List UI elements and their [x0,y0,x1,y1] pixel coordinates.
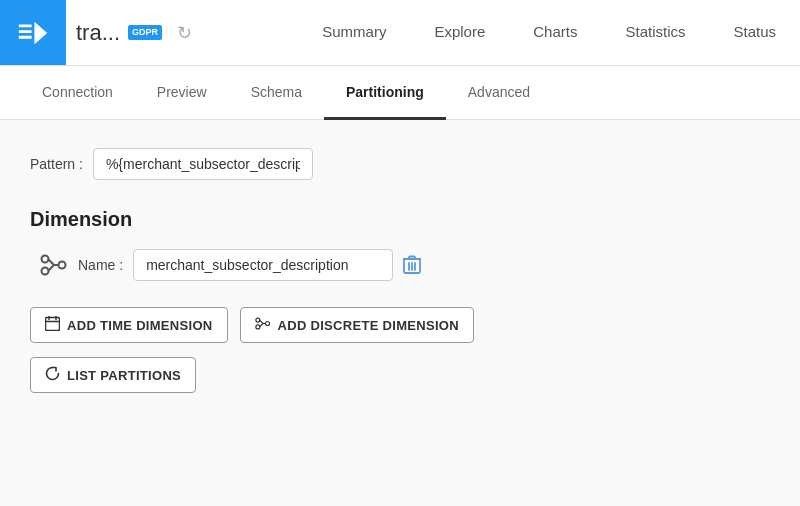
discrete-icon [255,316,271,334]
add-discrete-dimension-label: ADD DISCRETE DIMENSION [278,318,459,333]
pattern-label: Pattern : [30,156,83,172]
dimension-name-label: Name : [78,257,123,273]
list-partitions-button[interactable]: LIST PARTITIONS [30,357,196,393]
sub-tab-preview[interactable]: Preview [135,66,229,120]
svg-point-16 [255,325,259,329]
svg-point-15 [255,318,259,322]
main-content: Pattern : Dimension Name : [0,120,800,506]
svg-point-0 [42,256,49,263]
sub-tab-advanced[interactable]: Advanced [446,66,552,120]
tab-summary[interactable]: Summary [298,0,410,65]
svg-point-17 [265,322,269,326]
svg-line-4 [48,265,54,271]
add-discrete-dimension-button[interactable]: ADD DISCRETE DIMENSION [240,307,474,343]
tab-explore[interactable]: Explore [410,0,509,65]
dimension-heading: Dimension [30,208,770,231]
tab-status[interactable]: Status [709,0,800,65]
refresh-list-icon [45,366,60,384]
svg-point-1 [42,268,49,275]
dimension-name-input[interactable] [133,249,393,281]
svg-point-2 [59,262,66,269]
gdpr-badge: GDPR [128,25,162,40]
tab-charts[interactable]: Charts [509,0,601,65]
sub-tab-connection[interactable]: Connection [20,66,135,120]
sub-nav: Connection Preview Schema Partitioning A… [0,66,800,120]
top-nav: tra... GDPR ↻ Summary Explore Charts Sta… [0,0,800,66]
dimension-buttons-row: ADD TIME DIMENSION ADD DISCRETE DIMENSIO… [30,307,770,343]
list-partitions-row: LIST PARTITIONS [30,357,770,393]
svg-line-19 [259,324,262,327]
title-text: tra... [76,20,120,46]
svg-line-18 [259,320,262,323]
nav-tabs: Summary Explore Charts Statistics Status [298,0,800,65]
add-time-dimension-label: ADD TIME DIMENSION [67,318,213,333]
svg-line-3 [48,259,54,265]
sub-tab-partitioning[interactable]: Partitioning [324,66,446,120]
svg-rect-11 [46,318,60,331]
delete-dimension-icon[interactable] [403,255,421,275]
refresh-icon[interactable]: ↻ [170,19,198,47]
app-title: tra... GDPR ↻ [66,0,208,65]
list-partitions-label: LIST PARTITIONS [67,368,181,383]
sub-tab-schema[interactable]: Schema [229,66,324,120]
calendar-icon [45,316,60,334]
pattern-row: Pattern : [30,148,770,180]
dimension-row: Name : [30,249,770,281]
tab-statistics[interactable]: Statistics [601,0,709,65]
dimension-type-icon [40,254,68,276]
pattern-input[interactable] [93,148,313,180]
add-time-dimension-button[interactable]: ADD TIME DIMENSION [30,307,228,343]
logo-icon[interactable] [0,0,66,65]
